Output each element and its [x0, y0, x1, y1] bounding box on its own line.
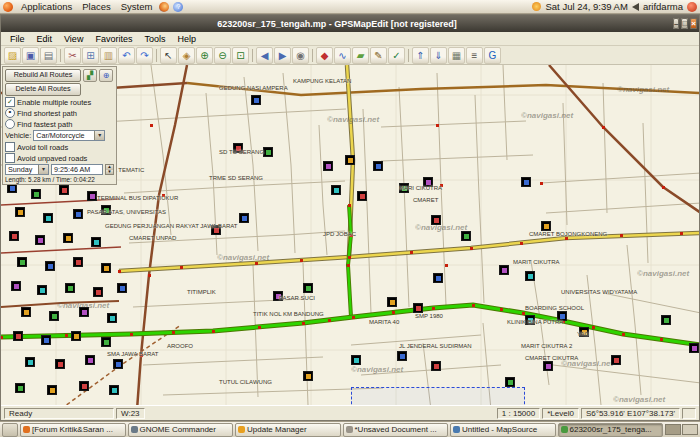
chevron-down-icon[interactable]: ▾: [38, 165, 48, 174]
route-node[interactable]: [436, 124, 439, 127]
route-node[interactable]: [258, 326, 261, 329]
poi-icon[interactable]: [47, 385, 57, 395]
find-fastest-path-radio[interactable]: [5, 119, 15, 129]
poi-icon[interactable]: [87, 191, 97, 201]
poi-icon[interactable]: [101, 337, 111, 347]
clock[interactable]: Sat Jul 24, 9:39 AM: [545, 1, 627, 12]
vehicle-select[interactable]: Car/Motorcycle ▾: [33, 130, 105, 141]
find-shortest-path-radio[interactable]: •: [5, 108, 15, 118]
poi-icon[interactable]: [71, 331, 81, 341]
poi-icon[interactable]: [387, 297, 397, 307]
selection-rectangle[interactable]: [351, 387, 525, 405]
route-node[interactable]: [472, 304, 475, 307]
route-node[interactable]: [622, 333, 625, 336]
route-node[interactable]: [130, 333, 133, 336]
poi-icon[interactable]: [73, 209, 83, 219]
poi-icon[interactable]: [433, 273, 443, 283]
zoom-out-icon[interactable]: ⊖: [214, 47, 231, 64]
show-desktop-button[interactable]: [2, 423, 18, 437]
add-polygon-icon[interactable]: ▰: [352, 47, 369, 64]
poi-icon[interactable]: [79, 307, 89, 317]
poi-icon[interactable]: [79, 381, 89, 391]
menu-help[interactable]: Help: [171, 34, 202, 44]
avoid-toll-roads-checkbox[interactable]: [5, 142, 15, 152]
time-spinner[interactable]: ▲ ▼: [105, 164, 114, 175]
cut-icon[interactable]: ✂: [64, 47, 81, 64]
minimize-button[interactable]: –: [673, 18, 679, 29]
route-node[interactable]: [1, 336, 3, 339]
route-options-icon[interactable]: ▞: [83, 69, 97, 82]
poi-icon[interactable]: [17, 257, 27, 267]
pan-view-icon[interactable]: ◈: [178, 47, 195, 64]
workspace-2[interactable]: [682, 424, 698, 435]
copy-icon[interactable]: ⊞: [82, 47, 99, 64]
route-node[interactable]: [180, 266, 183, 269]
gnome-menu-system[interactable]: System: [116, 1, 158, 12]
poi-icon[interactable]: [397, 351, 407, 361]
menu-favorites[interactable]: Favorites: [89, 34, 138, 44]
time-input[interactable]: 9:25:46 AM: [51, 164, 103, 175]
poi-icon[interactable]: [13, 331, 23, 341]
open-file-icon[interactable]: ▨: [4, 47, 21, 64]
menu-edit[interactable]: Edit: [31, 34, 59, 44]
poi-icon[interactable]: [251, 95, 261, 105]
route-node[interactable]: [620, 234, 623, 237]
add-polyline-icon[interactable]: ∿: [334, 47, 351, 64]
route-node[interactable]: [565, 237, 568, 240]
taskbar-window-button[interactable]: [Forum Kritik&Saran ...: [20, 423, 126, 437]
poi-icon[interactable]: [73, 257, 83, 267]
route-node[interactable]: [212, 330, 215, 333]
maximize-button[interactable]: □: [681, 18, 688, 29]
undo-icon[interactable]: ↶: [118, 47, 135, 64]
route-node[interactable]: [347, 264, 350, 267]
taskbar-window-button[interactable]: GNOME Commander: [128, 423, 234, 437]
menu-view[interactable]: View: [58, 34, 89, 44]
poi-icon[interactable]: [661, 315, 671, 325]
route-node[interactable]: [255, 262, 258, 265]
day-select[interactable]: Sunday ▾: [5, 164, 49, 175]
poi-icon[interactable]: [41, 335, 51, 345]
status-level[interactable]: *Level0: [542, 408, 579, 419]
edit-nodes-icon[interactable]: ✎: [370, 47, 387, 64]
levels-icon[interactable]: ≡: [466, 47, 483, 64]
route-node[interactable]: [662, 186, 665, 189]
route-node[interactable]: [602, 126, 605, 129]
route-node[interactable]: [148, 274, 151, 277]
route-node[interactable]: [352, 316, 355, 319]
enable-multiple-routes-checkbox[interactable]: ✓: [5, 97, 15, 107]
redo-icon[interactable]: ↷: [136, 47, 153, 64]
poi-icon[interactable]: [43, 213, 53, 223]
poi-icon[interactable]: [101, 263, 111, 273]
route-node[interactable]: [520, 242, 523, 245]
poi-icon[interactable]: [9, 231, 19, 241]
poi-icon[interactable]: [461, 231, 471, 241]
route-node[interactable]: [392, 311, 395, 314]
poi-icon[interactable]: [413, 303, 423, 313]
poi-icon[interactable]: [303, 283, 313, 293]
route-node[interactable]: [445, 264, 448, 267]
route-node[interactable]: [65, 334, 68, 337]
poi-icon[interactable]: [35, 235, 45, 245]
poi-icon[interactable]: [21, 307, 31, 317]
route-node[interactable]: [348, 256, 351, 259]
poi-icon[interactable]: [31, 189, 41, 199]
poi-icon[interactable]: [63, 233, 73, 243]
find-icon[interactable]: ◉: [292, 47, 309, 64]
titlebar[interactable]: 623200sr_175_tengah.mp - GPSMapEdit [not…: [1, 15, 699, 32]
poi-icon[interactable]: [93, 287, 103, 297]
poi-icon[interactable]: [109, 385, 119, 395]
previous-view-icon[interactable]: ◀: [256, 47, 273, 64]
route-node[interactable]: [410, 251, 413, 254]
status-scale[interactable]: 1 : 15000: [497, 408, 540, 419]
update-notifier-icon[interactable]: [532, 2, 541, 11]
menu-tools[interactable]: Tools: [138, 34, 171, 44]
poi-icon[interactable]: [15, 383, 25, 393]
route-node[interactable]: [470, 247, 473, 250]
poi-icon[interactable]: [373, 161, 383, 171]
poi-icon[interactable]: [45, 261, 55, 271]
route-node[interactable]: [302, 322, 305, 325]
gnome-menu-applications[interactable]: Applications: [16, 1, 77, 12]
poi-icon[interactable]: [303, 371, 313, 381]
poi-icon[interactable]: [65, 283, 75, 293]
avoid-unpaved-roads-checkbox[interactable]: [5, 153, 15, 163]
